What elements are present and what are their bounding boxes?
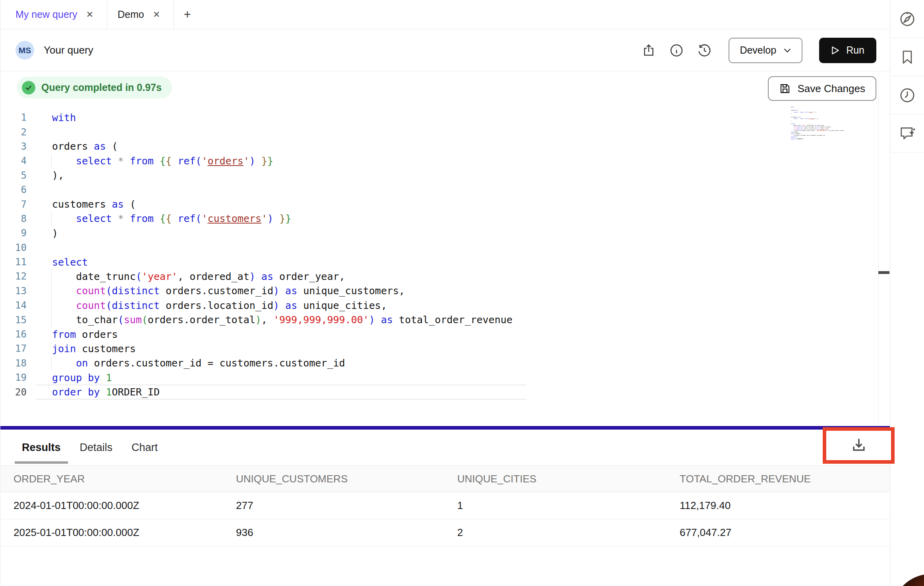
- code-line[interactable]: 8 select * from {{ ref('customers') }}: [0, 212, 512, 226]
- code-line[interactable]: 5),: [0, 168, 512, 183]
- line-number: 15: [0, 314, 27, 326]
- page-title: Your query: [44, 44, 93, 56]
- explore-nav-item[interactable]: [891, 0, 924, 38]
- results-tab[interactable]: Details: [73, 430, 120, 465]
- code-line[interactable]: 1with: [0, 110, 512, 125]
- column-header: TOTAL_ORDER_REVENUE: [680, 473, 890, 485]
- code-line[interactable]: 9): [0, 226, 512, 240]
- history-icon[interactable]: [695, 41, 713, 60]
- indent-guide: [51, 312, 52, 327]
- code-line[interactable]: 3orders as (: [0, 139, 512, 154]
- save-icon: [779, 83, 791, 94]
- close-tab-icon[interactable]: ✕: [86, 10, 93, 20]
- compass-icon: [899, 11, 916, 27]
- query-status-badge: Query completed in 0.97s: [17, 77, 172, 98]
- code-line[interactable]: 7customers as (: [0, 197, 512, 211]
- line-number: 11: [0, 256, 27, 268]
- develop-dropdown[interactable]: Develop: [729, 38, 802, 63]
- code-line[interactable]: 20order by 1ORDER_ID: [0, 385, 512, 399]
- line-number: 13: [0, 285, 27, 297]
- results-tab[interactable]: Chart: [124, 430, 165, 465]
- run-button[interactable]: Run: [819, 38, 876, 63]
- code-line[interactable]: 10: [0, 241, 512, 255]
- code-line[interactable]: 11select: [0, 255, 512, 269]
- indent-guide: [51, 212, 52, 226]
- editor-scrollbar-thumb[interactable]: [878, 271, 889, 274]
- table-cell: 2025-01-01T00:00:00.000Z: [14, 526, 236, 539]
- code-line[interactable]: 2: [0, 125, 512, 139]
- line-number: 20: [0, 387, 27, 398]
- indent-guide: [51, 269, 52, 283]
- code-line[interactable]: 6: [0, 183, 512, 197]
- code-line[interactable]: 15 to_char(sum(orders.order_total), '999…: [0, 312, 512, 327]
- line-number: 12: [0, 271, 27, 282]
- code-line[interactable]: 19group by 1: [0, 370, 512, 385]
- line-number: 7: [0, 199, 27, 210]
- table-cell: 936: [236, 526, 457, 539]
- line-number: 4: [0, 155, 27, 166]
- code-area[interactable]: 1with23orders as (4 select * from {{ ref…: [791, 106, 798, 140]
- code-line[interactable]: 17join customers: [0, 341, 512, 356]
- line-number: 18: [0, 358, 27, 369]
- develop-dropdown-label: Develop: [740, 44, 776, 56]
- column-header: UNIQUE_CITIES: [457, 473, 680, 485]
- code-line[interactable]: 4 select * from {{ ref('orders') }}: [0, 154, 512, 168]
- query-tab-label: My new query: [15, 9, 77, 20]
- chevron-down-icon: [783, 48, 791, 53]
- right-icon-sidebar: [891, 0, 924, 586]
- line-number: 9: [0, 227, 27, 239]
- results-table-header: ORDER_YEARUNIQUE_CUSTOMERSUNIQUE_CITIEST…: [0, 465, 890, 492]
- results-panel: Results Details Chart ORDER_YEARUNIQUE_C…: [0, 430, 890, 586]
- bookmark-icon: [899, 49, 915, 66]
- code-line[interactable]: 16from orders: [0, 327, 512, 341]
- sql-editor[interactable]: Query completed in 0.97s Save Changes 1w…: [0, 71, 890, 426]
- table-cell: 677,047.27: [680, 526, 890, 539]
- query-tab[interactable]: My new query ✕: [5, 0, 107, 29]
- ai-chat-nav-item[interactable]: [891, 114, 924, 152]
- line-number: 16: [0, 329, 27, 340]
- line-number: 6: [0, 184, 27, 195]
- query-tab-bar: My new query ✕ Demo ✕ +: [0, 0, 890, 29]
- table-row[interactable]: 2024-01-01T00:00:00.000Z2771112,179.40: [0, 492, 890, 519]
- query-tab[interactable]: Demo ✕: [107, 0, 174, 29]
- share-icon[interactable]: [640, 41, 658, 60]
- query-tab-label: Demo: [118, 9, 144, 20]
- code-line[interactable]: 20order by 1ORDER_ID: [791, 138, 798, 140]
- code-area[interactable]: 1with23orders as (4 select * from {{ ref…: [0, 110, 512, 399]
- run-button-label: Run: [846, 44, 864, 56]
- info-icon[interactable]: [667, 41, 686, 60]
- line-number: 5: [0, 170, 27, 181]
- table-row[interactable]: 2025-01-01T00:00:00.000Z9362677,047.27: [0, 519, 890, 546]
- column-header: ORDER_YEAR: [14, 473, 236, 485]
- indent-guide: [51, 154, 52, 168]
- code-line[interactable]: 12 date_trunc('year', ordered_at) as ord…: [0, 269, 512, 283]
- results-tab-label: Results: [22, 441, 61, 454]
- code-line[interactable]: 13 count(distinct orders.customer_id) as…: [0, 284, 512, 298]
- bookmarks-nav-item[interactable]: [891, 38, 924, 76]
- history-nav-item[interactable]: [891, 76, 924, 114]
- editor-minimap[interactable]: 1with23orders as (4 select * from {{ ref…: [791, 106, 850, 146]
- results-tab-bar: Results Details Chart: [0, 430, 890, 465]
- results-tab-label: Details: [80, 441, 113, 454]
- app-window: My new query ✕ Demo ✕ + MS Your query: [0, 0, 924, 586]
- indent-guide: [51, 284, 52, 298]
- code-line[interactable]: 18 on orders.customer_id = customers.cus…: [0, 356, 512, 370]
- code-line[interactable]: 14 count(distinct orders.location_id) as…: [0, 298, 512, 312]
- query-status-text: Query completed in 0.97s: [41, 82, 162, 93]
- line-number: 1: [0, 112, 27, 123]
- close-tab-icon[interactable]: ✕: [153, 10, 160, 20]
- results-tab[interactable]: Results: [15, 430, 68, 465]
- save-changes-button[interactable]: Save Changes: [768, 76, 876, 101]
- table-cell: 1: [457, 499, 680, 512]
- clock-icon: [899, 87, 916, 104]
- main-panel: My new query ✕ Demo ✕ + MS Your query: [0, 0, 890, 586]
- new-tab-button[interactable]: +: [174, 0, 201, 29]
- line-number: 17: [0, 343, 27, 354]
- query-header: MS Your query Develop: [0, 29, 890, 71]
- panel-resize-divider[interactable]: [0, 426, 890, 430]
- download-results-button[interactable]: [850, 436, 868, 454]
- line-number: 19: [0, 372, 27, 383]
- table-cell: 112,179.40: [680, 499, 890, 512]
- download-icon: [850, 436, 868, 454]
- results-tab-label: Chart: [131, 441, 158, 454]
